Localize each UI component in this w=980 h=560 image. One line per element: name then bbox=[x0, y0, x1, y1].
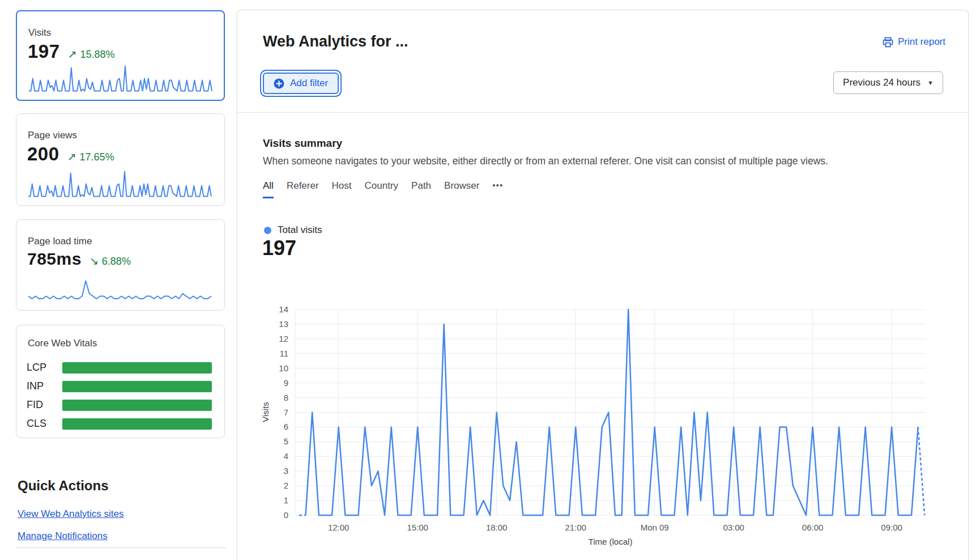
cwv-label: CLS bbox=[27, 418, 62, 430]
page-views-sparkline bbox=[28, 170, 212, 197]
cwv-bar-good bbox=[62, 400, 212, 411]
web-analytics-panel: Web Analytics for ... Print report Add f… bbox=[237, 10, 969, 560]
trend-badge: ↗ 15.88% bbox=[68, 48, 115, 61]
cwv-row-inp: INP bbox=[27, 377, 212, 396]
cwv-row-fid: FID bbox=[27, 396, 212, 414]
cwv-row-lcp: LCP bbox=[27, 358, 212, 377]
tab-host[interactable]: Host bbox=[332, 180, 352, 198]
section-title: Visits summary bbox=[263, 137, 342, 150]
page-load-sparkline bbox=[28, 279, 212, 302]
tab-referer[interactable]: Referer bbox=[287, 180, 319, 198]
cwv-row-cls: CLS bbox=[27, 414, 212, 433]
metric-card-page-views[interactable]: Page views 200 ↗ 17.65% bbox=[16, 113, 225, 206]
print-report-label: Print report bbox=[898, 36, 945, 48]
card-title: Core Web Vitals bbox=[28, 338, 97, 349]
core-web-vitals-card[interactable]: Core Web Vitals LCP INP FID CLS bbox=[16, 325, 225, 438]
view-web-analytics-sites-link[interactable]: View Web Analytics sites bbox=[18, 508, 123, 520]
total-visits-value: 197 bbox=[262, 236, 296, 260]
trend-down-icon: ↘ bbox=[90, 254, 99, 268]
legend-dot-icon bbox=[264, 227, 271, 234]
tab-all[interactable]: All bbox=[263, 180, 274, 198]
card-title: Page load time bbox=[28, 236, 92, 247]
card-title: Page views bbox=[28, 130, 77, 141]
manage-notifications-link[interactable]: Manage Notifications bbox=[18, 531, 108, 542]
card-value: 200 bbox=[27, 143, 59, 165]
tab-country[interactable]: Country bbox=[365, 180, 399, 198]
card-value: 197 bbox=[28, 41, 60, 62]
tab-more-ellipsis-icon[interactable]: ••• bbox=[492, 181, 503, 198]
metric-card-page-load-time[interactable]: Page load time 785ms ↘ 6.88% bbox=[16, 219, 225, 311]
header-divider bbox=[237, 112, 968, 113]
cwv-bar-good bbox=[62, 381, 212, 392]
cwv-bar-good bbox=[62, 362, 212, 374]
trend-up-icon: ↗ bbox=[68, 48, 77, 61]
printer-icon bbox=[883, 37, 893, 48]
time-range-dropdown[interactable]: Previous 24 hours ▼ bbox=[833, 71, 943, 94]
visits-sparkline bbox=[28, 65, 212, 92]
core-web-vitals-rows: LCP INP FID CLS bbox=[27, 358, 212, 433]
tab-path[interactable]: Path bbox=[411, 180, 431, 198]
page-title: Web Analytics for ... bbox=[263, 33, 408, 50]
cwv-label: INP bbox=[27, 380, 62, 392]
trend-value: 6.88% bbox=[102, 256, 131, 268]
plus-circle-icon bbox=[274, 78, 284, 89]
chevron-down-icon: ▼ bbox=[927, 79, 934, 86]
trend-badge: ↗ 17.65% bbox=[67, 150, 114, 163]
dimension-tabs: All Referer Host Country Path Browser ••… bbox=[263, 180, 504, 198]
quick-actions-heading: Quick Actions bbox=[18, 478, 108, 494]
chart-legend: Total visits bbox=[264, 224, 322, 236]
card-value: 785ms bbox=[27, 249, 82, 269]
print-report-link[interactable]: Print report bbox=[883, 36, 945, 48]
add-filter-label: Add filter bbox=[290, 78, 328, 89]
cwv-bar-good bbox=[62, 418, 212, 430]
add-filter-button[interactable]: Add filter bbox=[263, 73, 339, 94]
metric-card-visits[interactable]: Visits 197 ↗ 15.88% bbox=[16, 10, 225, 101]
tab-browser[interactable]: Browser bbox=[444, 180, 479, 198]
trend-value: 17.65% bbox=[79, 151, 114, 163]
trend-up-icon: ↗ bbox=[67, 150, 76, 163]
section-description: When someone navigates to your website, … bbox=[263, 155, 828, 167]
trend-value: 15.88% bbox=[80, 49, 114, 61]
cwv-label: LCP bbox=[27, 362, 62, 374]
cwv-label: FID bbox=[27, 399, 62, 411]
legend-label: Total visits bbox=[278, 224, 322, 236]
time-range-value: Previous 24 hours bbox=[843, 77, 921, 88]
sidebar-divider bbox=[16, 548, 227, 548]
card-title: Visits bbox=[28, 27, 51, 39]
trend-badge: ↘ 6.88% bbox=[90, 254, 131, 268]
